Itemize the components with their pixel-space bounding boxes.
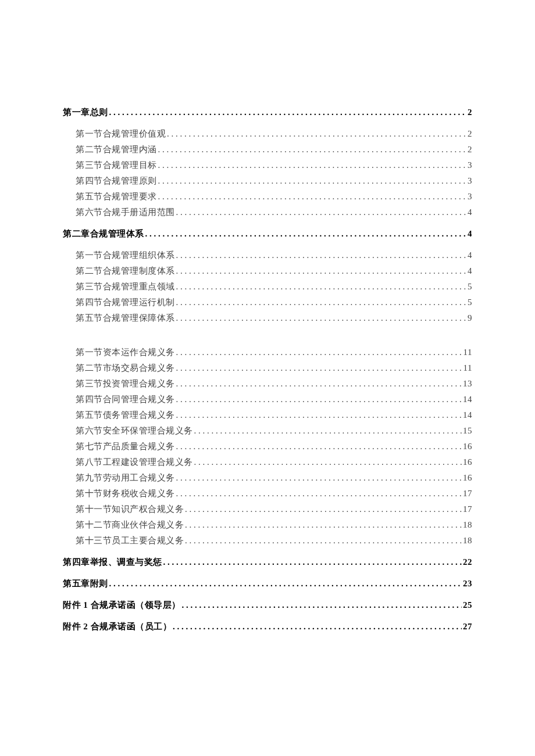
- toc-leader-dots: [176, 295, 467, 310]
- toc-section-entry[interactable]: 第四节合规管理原则3: [63, 173, 472, 189]
- toc-entry-page: 3: [468, 157, 472, 173]
- toc-section-entry[interactable]: 第八节工程建设管理合规义务16: [63, 454, 472, 470]
- toc-entry-label: 第四章举报、调查与奖惩: [63, 554, 162, 570]
- toc-section-entry[interactable]: 第二节市场交易合规义务11: [63, 360, 472, 376]
- toc-entry-page: 11: [463, 345, 472, 360]
- toc-entry-label: 第七节产品质量合规义务: [76, 439, 175, 454]
- toc-section-entry[interactable]: 第六节合规手册适用范围4: [63, 205, 472, 220]
- toc-section-entry[interactable]: 第三节合规管理目标3: [63, 157, 472, 173]
- toc-section-entry[interactable]: 第六节安全环保管理合规义务15: [63, 423, 472, 439]
- toc-section-entry[interactable]: 第四节合规管理运行机制5: [63, 295, 472, 310]
- toc-section-entry[interactable]: 第二节合规管理制度体系4: [63, 263, 472, 279]
- toc-leader-dots: [158, 189, 467, 205]
- toc-entry-label: 附件 2 合规承诺函（员工）: [63, 619, 172, 635]
- toc-entry-label: 第一节合规管理组织体系: [76, 248, 175, 263]
- toc-section-entry[interactable]: 第一节合规管理组织体系4: [63, 248, 472, 263]
- toc-gap: [63, 326, 472, 345]
- toc-entry-page: 16: [463, 439, 472, 454]
- toc-entry-page: 14: [463, 407, 472, 423]
- toc-leader-dots: [145, 226, 467, 242]
- toc-leader-dots: [109, 105, 467, 120]
- toc-entry-label: 第十三节员工主要合规义务: [76, 533, 184, 549]
- toc-leader-dots: [176, 470, 462, 486]
- toc-entry-page: 25: [463, 597, 472, 613]
- toc-entry-label: 第八节工程建设管理合规义务: [76, 454, 193, 470]
- table-of-contents: 第一章总则2第一节合规管理价值观2第二节合规管理内涵2第三节合规管理目标3第四节…: [63, 105, 472, 635]
- toc-leader-dots: [176, 376, 462, 392]
- toc-entry-label: 第十二节商业伙伴合规义务: [76, 517, 184, 533]
- toc-entry-label: 第二节市场交易合规义务: [76, 360, 175, 376]
- toc-entry-label: 第十一节知识产权合规义务: [76, 501, 184, 517]
- toc-section-entry[interactable]: 第十节财务税收合规义务17: [63, 486, 472, 501]
- toc-leader-dots: [176, 407, 462, 423]
- toc-leader-dots: [185, 517, 462, 533]
- toc-entry-page: 16: [463, 470, 472, 486]
- toc-entry-page: 17: [463, 501, 472, 517]
- toc-chapter-entry[interactable]: 第五章附则23: [63, 576, 472, 592]
- toc-section-entry[interactable]: 第十二节商业伙伴合规义务18: [63, 517, 472, 533]
- toc-section-entry[interactable]: 第一节合规管理价值观2: [63, 126, 472, 142]
- toc-entry-page: 5: [468, 279, 472, 295]
- toc-section-entry[interactable]: 第五节债务管理合规义务14: [63, 407, 472, 423]
- toc-leader-dots: [158, 173, 467, 189]
- toc-chapter-entry[interactable]: 附件 1 合规承诺函（领导层）25: [63, 597, 472, 613]
- toc-entry-label: 第一节资本运作合规义务: [76, 345, 175, 360]
- toc-section-entry[interactable]: 第七节产品质量合规义务16: [63, 439, 472, 454]
- toc-leader-dots: [176, 205, 467, 220]
- toc-entry-page: 4: [468, 226, 472, 242]
- toc-entry-page: 3: [468, 173, 472, 189]
- toc-entry-page: 15: [463, 423, 472, 439]
- toc-entry-label: 第二章合规管理体系: [63, 226, 144, 242]
- toc-entry-label: 第三节投资管理合规义务: [76, 376, 175, 392]
- toc-entry-page: 2: [468, 126, 472, 142]
- toc-entry-label: 第一章总则: [63, 105, 108, 120]
- toc-entry-page: 4: [468, 205, 472, 220]
- toc-section-entry[interactable]: 第二节合规管理内涵2: [63, 142, 472, 157]
- toc-leader-dots: [176, 439, 462, 454]
- toc-entry-page: 2: [468, 142, 472, 157]
- toc-entry-page: 17: [463, 486, 472, 501]
- toc-chapter-entry[interactable]: 第四章举报、调查与奖惩22: [63, 554, 472, 570]
- toc-section-entry[interactable]: 第三节合规管理重点领域5: [63, 279, 472, 295]
- toc-leader-dots: [176, 248, 467, 263]
- toc-entry-page: 18: [463, 517, 472, 533]
- toc-chapter-entry[interactable]: 附件 2 合规承诺函（员工）27: [63, 619, 472, 635]
- toc-entry-page: 18: [463, 533, 472, 549]
- toc-entry-page: 4: [468, 248, 472, 263]
- toc-entry-page: 14: [463, 392, 472, 407]
- toc-entry-page: 3: [468, 189, 472, 205]
- document-page: 第一章总则2第一节合规管理价值观2第二节合规管理内涵2第三节合规管理目标3第四节…: [0, 0, 535, 756]
- toc-entry-label: 第五节合规管理要求: [76, 189, 157, 205]
- toc-chapter-entry[interactable]: 第一章总则2: [63, 105, 472, 120]
- toc-section-entry[interactable]: 第九节劳动用工合规义务16: [63, 470, 472, 486]
- toc-entry-page: 2: [468, 105, 472, 120]
- toc-section-entry[interactable]: 第四节合同管理合规义务14: [63, 392, 472, 407]
- toc-entry-page: 11: [463, 360, 472, 376]
- toc-chapter-entry[interactable]: 第二章合规管理体系4: [63, 226, 472, 242]
- toc-leader-dots: [176, 392, 462, 407]
- toc-section-entry[interactable]: 第十一节知识产权合规义务17: [63, 501, 472, 517]
- toc-leader-dots: [176, 345, 462, 360]
- toc-entry-label: 第三节合规管理重点领域: [76, 279, 175, 295]
- toc-entry-label: 附件 1 合规承诺函（领导层）: [63, 597, 181, 613]
- toc-leader-dots: [167, 126, 466, 142]
- toc-leader-dots: [182, 597, 462, 613]
- toc-leader-dots: [176, 263, 467, 279]
- toc-entry-page: 13: [463, 376, 472, 392]
- toc-entry-label: 第六节安全环保管理合规义务: [76, 423, 193, 439]
- toc-section-entry[interactable]: 第三节投资管理合规义务13: [63, 376, 472, 392]
- toc-entry-label: 第四节合规管理原则: [76, 173, 157, 189]
- toc-leader-dots: [158, 157, 467, 173]
- toc-entry-label: 第五章附则: [63, 576, 108, 592]
- toc-section-entry[interactable]: 第十三节员工主要合规义务18: [63, 533, 472, 549]
- toc-entry-label: 第一节合规管理价值观: [76, 126, 166, 142]
- toc-leader-dots: [173, 619, 462, 635]
- toc-entry-page: 9: [468, 310, 472, 326]
- toc-section-entry[interactable]: 第五节合规管理要求3: [63, 189, 472, 205]
- toc-section-entry[interactable]: 第一节资本运作合规义务11: [63, 345, 472, 360]
- toc-section-entry[interactable]: 第五节合规管理保障体系9: [63, 310, 472, 326]
- toc-leader-dots: [109, 576, 462, 592]
- toc-entry-label: 第四节合同管理合规义务: [76, 392, 175, 407]
- toc-leader-dots: [163, 554, 462, 570]
- toc-entry-page: 27: [463, 619, 472, 635]
